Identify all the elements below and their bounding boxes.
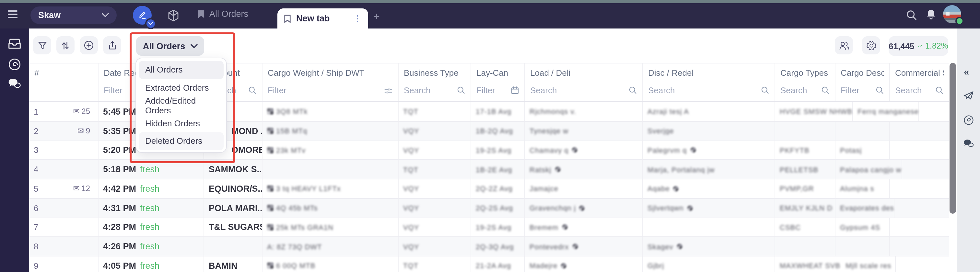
magnifier-icon bbox=[457, 86, 465, 95]
received-time: 5:18 PM bbox=[103, 164, 136, 174]
menu-item-added-edited-orders[interactable]: Added/Edited Orders bbox=[139, 96, 224, 114]
row-number: 4 bbox=[34, 164, 38, 174]
redacted-text: 6 00Q MTB bbox=[276, 262, 316, 270]
add-button[interactable] bbox=[80, 36, 98, 54]
filter-placeholder: Filter bbox=[104, 85, 123, 95]
cell-load-redacted: Chamavy q bbox=[525, 141, 643, 160]
column-search-input[interactable]: Search bbox=[648, 85, 769, 95]
cell-biz-redacted: TQT bbox=[399, 102, 471, 121]
cube-icon[interactable] bbox=[167, 8, 180, 23]
column-header-load: Load / DeliSearch bbox=[525, 63, 643, 101]
redacted-icon bbox=[267, 205, 274, 211]
cell-ctype-redacted: HVGE SMSW NHWB bbox=[775, 102, 853, 121]
cell-biz-redacted: VQY bbox=[399, 199, 471, 218]
redacted-text: Mjll scale res bbox=[845, 262, 891, 270]
radar-spiral-icon[interactable] bbox=[8, 58, 21, 71]
cell-row-number: 4 bbox=[29, 160, 99, 179]
filter-button[interactable] bbox=[33, 36, 51, 54]
column-header-num: # bbox=[29, 63, 99, 101]
cell-load-redacted: Pontevedrx bbox=[525, 237, 643, 256]
inbox-icon[interactable] bbox=[8, 38, 21, 50]
cell-laycan-redacted: 21-2A Avg bbox=[471, 256, 525, 272]
redacted-text: 2Q-3Q Avg bbox=[476, 242, 514, 250]
pinned-tab-all-orders[interactable]: All Orders bbox=[198, 9, 248, 19]
radar-spiral-icon[interactable] bbox=[963, 115, 974, 126]
sort-button[interactable] bbox=[56, 36, 75, 54]
settings-button[interactable] bbox=[862, 36, 880, 54]
notifications-bell-icon[interactable] bbox=[926, 8, 937, 21]
cell-ctype-redacted: PKFYTB bbox=[775, 141, 835, 160]
hamburger-menu-icon[interactable] bbox=[8, 10, 18, 18]
team-members-button[interactable] bbox=[835, 36, 853, 54]
redacted-text: Gypsum 4S bbox=[840, 223, 880, 231]
mail-count-badge[interactable]: ✉9 bbox=[78, 126, 98, 135]
cell-ctype-redacted bbox=[775, 237, 835, 256]
cell-row-number: 5✉12 bbox=[29, 179, 99, 198]
account-name: BAMIN bbox=[209, 261, 237, 271]
cell-cargo-redacted: A: 8Z 73Q DWT bbox=[262, 237, 399, 256]
column-filter-input[interactable]: Filter bbox=[476, 85, 519, 95]
cell-biz-redacted: VQY bbox=[399, 237, 471, 256]
filter-placeholder: Search bbox=[530, 85, 557, 95]
compose-dropdown-badge[interactable] bbox=[145, 18, 156, 29]
paper-plane-icon[interactable] bbox=[963, 91, 974, 100]
table-row[interactable]: 74:28 PMfreshT&L SUGARS25k MTs GRA1NVQY1… bbox=[29, 218, 949, 237]
column-filter-input[interactable]: Filter bbox=[268, 85, 393, 95]
chat-bubbles-icon[interactable] bbox=[8, 78, 21, 89]
tab-options-kebab-icon[interactable]: ⋮ bbox=[353, 14, 362, 23]
search-icon[interactable] bbox=[906, 10, 917, 21]
view-selector-button[interactable]: All Orders bbox=[136, 36, 204, 56]
cell-laycan-redacted: 1B-2E Avg bbox=[471, 160, 525, 179]
menu-item-hidden-orders[interactable]: Hidden Orders bbox=[139, 114, 224, 132]
menu-item-all-orders[interactable]: All Orders bbox=[139, 61, 224, 79]
column-filter-input[interactable]: Filter bbox=[841, 85, 884, 95]
app-window: Skaw All Orders New tab ⋮ + bbox=[0, 0, 980, 272]
cell-row-number: 9 bbox=[29, 256, 99, 272]
column-search-input[interactable]: Search bbox=[530, 85, 637, 95]
column-search-input[interactable]: Search bbox=[404, 85, 465, 95]
menu-item-deleted-orders[interactable]: Deleted Orders bbox=[139, 132, 224, 150]
collapse-panel-icon[interactable]: « bbox=[964, 66, 969, 77]
redacted-text: VQY bbox=[403, 223, 419, 231]
table-row[interactable]: 94:05 PMfreshBAMIN6 00Q MTBTQT21-2A AvgM… bbox=[29, 256, 949, 272]
mail-count-badge[interactable]: ✉12 bbox=[73, 184, 98, 193]
export-button[interactable] bbox=[103, 36, 121, 54]
tab-new-tab[interactable]: New tab ⋮ bbox=[277, 8, 368, 28]
cell-cargo-redacted: 4Q 45b MTs bbox=[262, 199, 399, 218]
received-time: 5:45 PM bbox=[103, 107, 136, 117]
row-number: 7 bbox=[34, 223, 38, 232]
redacted-text: 25k MTs GRA1N bbox=[276, 223, 334, 231]
column-search-input[interactable]: Search bbox=[895, 85, 944, 95]
column-search-input[interactable]: Search bbox=[780, 85, 830, 95]
account-name: T&L SUGARS bbox=[209, 223, 262, 232]
redacted-icon bbox=[267, 128, 274, 134]
table-row[interactable]: 84:26 PMfreshA: 8Z 73Q DWTVQY2Q-3Q AvgPo… bbox=[29, 237, 949, 257]
cell-date-received: 4:28 PMfresh bbox=[99, 218, 204, 237]
table-row[interactable]: 5✉124:42 PMfreshEQUINOR/S...3 tq HEAVY L… bbox=[29, 179, 949, 199]
cell-ctype-redacted: PELLETSB bbox=[775, 160, 835, 179]
cell-load-redacted: Bremem bbox=[525, 218, 643, 237]
column-header-laycan: Lay-CanFilter bbox=[471, 63, 525, 101]
redacted-text: TQT bbox=[403, 108, 418, 115]
table-row[interactable]: 45:18 PMfreshSAMMOK S...TQT1B-2E AvgRats… bbox=[29, 160, 949, 180]
cell-account: BAMIN bbox=[204, 256, 262, 272]
chat-bubbles-icon[interactable] bbox=[963, 139, 974, 148]
mail-count-badge[interactable]: ✉25 bbox=[73, 107, 98, 116]
pencil-icon bbox=[138, 11, 147, 20]
cell-load-redacted: Rjchmonqs v. bbox=[525, 102, 643, 121]
column-label: Cargo Types bbox=[780, 68, 830, 78]
cell-comm-redacted bbox=[890, 237, 949, 256]
new-tab-button[interactable]: + bbox=[373, 11, 380, 22]
redacted-text: Tynesjqe w bbox=[530, 127, 568, 135]
redacted-text: Sverjge bbox=[648, 127, 674, 135]
table-row[interactable]: 64:31 PMfreshPOLA MARI...4Q 45b MTsVQY2Q… bbox=[29, 199, 949, 218]
online-status-dot bbox=[955, 17, 964, 25]
workspace-selector[interactable]: Skaw bbox=[30, 6, 117, 24]
cell-laycan-redacted: 17-1B Avg bbox=[471, 102, 525, 121]
fresh-badge: fresh bbox=[140, 223, 159, 232]
vertical-scrollbar-thumb[interactable] bbox=[949, 63, 956, 214]
cell-comm-redacted bbox=[902, 160, 949, 179]
redacted-text: PELLETSB bbox=[780, 166, 818, 173]
menu-item-extracted-orders[interactable]: Extracted Orders bbox=[139, 79, 224, 96]
cell-disc-redacted: Palegrvm q bbox=[643, 141, 775, 160]
